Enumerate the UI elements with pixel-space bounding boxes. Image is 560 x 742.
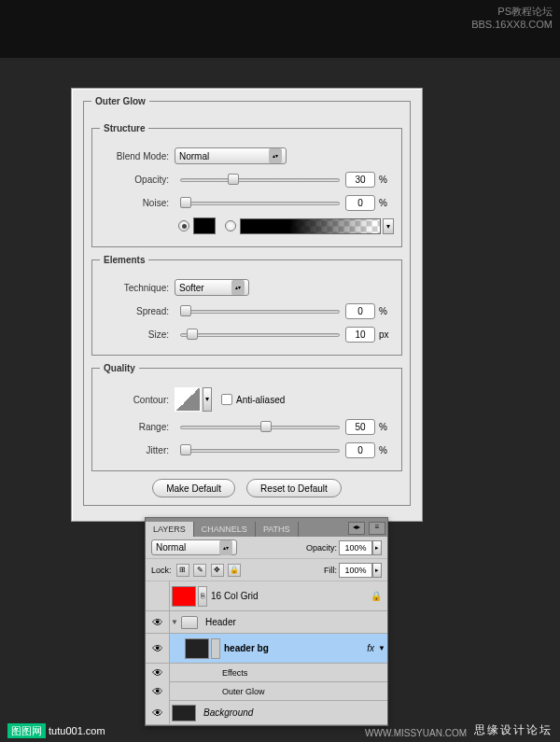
- visibility-toggle[interactable]: 👁: [146, 664, 170, 682]
- anti-aliased-checkbox[interactable]: [221, 394, 232, 405]
- tab-paths[interactable]: PATHS: [256, 522, 299, 537]
- layer-opacity-menu[interactable]: ▸: [372, 540, 382, 555]
- blend-mode-label: Blend Mode:: [100, 151, 175, 161]
- layer-blend-mode-select[interactable]: Normal ▴▾: [151, 539, 237, 555]
- layers-panel: LAYERS CHANNELS PATHS ◂▸ ≡ Normal ▴▾ Opa…: [145, 517, 388, 726]
- folder-icon: [181, 616, 198, 629]
- visibility-toggle[interactable]: 👁: [146, 682, 170, 701]
- lock-label: Lock:: [151, 566, 172, 575]
- layer-thumbnail[interactable]: [172, 586, 196, 607]
- opacity-slider[interactable]: [180, 173, 340, 186]
- panel-collapse-button[interactable]: ◂▸: [348, 522, 365, 535]
- reset-default-button[interactable]: Reset to Default: [246, 479, 342, 497]
- noise-label: Noise:: [100, 198, 175, 208]
- watermark-bottom-right-2: WWW.MISSYUAN.COM: [365, 728, 467, 738]
- make-default-button[interactable]: Make Default: [152, 479, 235, 497]
- visibility-toggle[interactable]: 👁: [146, 611, 170, 633]
- layer-opacity-label: Opacity:: [306, 543, 337, 553]
- chevron-updown-icon: ▴▾: [269, 148, 282, 163]
- lock-icon: 🔒: [371, 591, 384, 601]
- layer-row[interactable]: 👁 Background: [146, 701, 387, 725]
- outer-glow-group: Outer Glow Structure Blend Mode: Normal …: [83, 96, 411, 506]
- link-icon[interactable]: [211, 638, 220, 659]
- effect-item-row[interactable]: 👁 Outer Glow: [146, 682, 387, 701]
- size-label: Size:: [100, 329, 175, 340]
- lock-all-icon[interactable]: 🔒: [228, 564, 241, 577]
- chevron-updown-icon: ▴▾: [231, 280, 245, 295]
- spread-slider[interactable]: [180, 304, 340, 317]
- opacity-label: Opacity:: [100, 175, 175, 185]
- watermark-top: PS教程论坛 BBS.16XX8.COM: [471, 5, 553, 31]
- outer-glow-legend: Outer Glow: [91, 96, 149, 106]
- jitter-input[interactable]: 0: [345, 442, 375, 458]
- layer-opacity-input[interactable]: 100%: [339, 540, 372, 555]
- structure-group: Structure Blend Mode: Normal ▴▾ Opacity:…: [91, 123, 402, 247]
- layer-name[interactable]: Background: [203, 707, 387, 718]
- contour-menu-button[interactable]: ▾: [203, 387, 212, 412]
- range-input[interactable]: 50: [345, 419, 375, 435]
- tab-channels[interactable]: CHANNELS: [194, 522, 256, 537]
- link-icon[interactable]: ⎘: [198, 586, 207, 607]
- gradient-menu-button[interactable]: ▾: [383, 218, 394, 234]
- tab-layers[interactable]: LAYERS: [146, 522, 194, 537]
- gradient-picker[interactable]: [240, 218, 381, 234]
- visibility-toggle[interactable]: [146, 581, 170, 610]
- noise-slider[interactable]: [180, 196, 340, 209]
- lock-image-icon[interactable]: ✎: [193, 564, 206, 577]
- contour-label: Contour:: [100, 395, 175, 405]
- blend-mode-select[interactable]: Normal ▴▾: [175, 147, 287, 164]
- watermark-bottom-left: 图图网 tutu001.com: [7, 724, 105, 738]
- color-radio[interactable]: [178, 220, 189, 231]
- layer-name[interactable]: header bg: [224, 643, 367, 653]
- jitter-label: Jitter:: [100, 445, 175, 455]
- anti-aliased-label: Anti-aliased: [236, 395, 285, 405]
- gradient-radio[interactable]: [225, 220, 236, 231]
- range-label: Range:: [100, 422, 175, 432]
- spread-input[interactable]: 0: [345, 303, 375, 319]
- fill-input[interactable]: 100%: [339, 563, 372, 578]
- layer-row[interactable]: ⎘ 16 Col Grid 🔒: [146, 581, 387, 611]
- elements-group: Elements Technique: Softer ▴▾ Spread: 0 …: [91, 255, 402, 356]
- fill-label: Fill:: [324, 566, 337, 575]
- layer-group-row[interactable]: 👁 ▼ Header: [146, 611, 387, 634]
- range-slider[interactable]: [180, 420, 340, 433]
- layer-name[interactable]: 16 Col Grid: [211, 591, 371, 601]
- lock-transparency-icon[interactable]: ⊞: [176, 564, 189, 577]
- layer-thumbnail[interactable]: [172, 705, 196, 721]
- effects-row[interactable]: 👁 Effects: [146, 664, 387, 682]
- size-input[interactable]: 10: [345, 327, 375, 343]
- lock-position-icon[interactable]: ✥: [211, 564, 224, 577]
- quality-group: Quality Contour: ▾ Anti-aliased Range: 5…: [91, 363, 402, 471]
- watermark-bottom-right: 思缘设计论坛: [474, 722, 553, 738]
- effects-label: Effects: [222, 668, 247, 678]
- visibility-toggle[interactable]: 👁: [146, 634, 170, 663]
- layer-name[interactable]: Header: [205, 617, 387, 627]
- noise-input[interactable]: 0: [345, 195, 375, 211]
- fx-disclosure-icon[interactable]: ▼: [376, 644, 387, 652]
- opacity-input[interactable]: 30: [345, 172, 375, 188]
- contour-picker[interactable]: [175, 387, 201, 412]
- size-slider[interactable]: [180, 328, 340, 341]
- technique-label: Technique:: [100, 283, 175, 293]
- spread-label: Spread:: [100, 306, 175, 316]
- jitter-slider[interactable]: [180, 443, 340, 456]
- layer-row[interactable]: 👁 header bg fx ▼: [146, 634, 387, 664]
- effect-name: Outer Glow: [222, 687, 265, 696]
- panel-menu-button[interactable]: ≡: [369, 522, 385, 535]
- color-swatch[interactable]: [193, 217, 216, 234]
- outer-glow-dialog: Outer Glow Structure Blend Mode: Normal …: [71, 88, 423, 522]
- layer-thumbnail[interactable]: [185, 638, 209, 659]
- fx-badge: fx: [367, 643, 374, 653]
- chevron-updown-icon: ▴▾: [219, 540, 232, 555]
- visibility-toggle[interactable]: 👁: [146, 701, 170, 724]
- fill-menu[interactable]: ▸: [372, 563, 382, 578]
- technique-select[interactable]: Softer ▴▾: [175, 279, 249, 296]
- disclosure-triangle-icon[interactable]: ▼: [170, 618, 179, 626]
